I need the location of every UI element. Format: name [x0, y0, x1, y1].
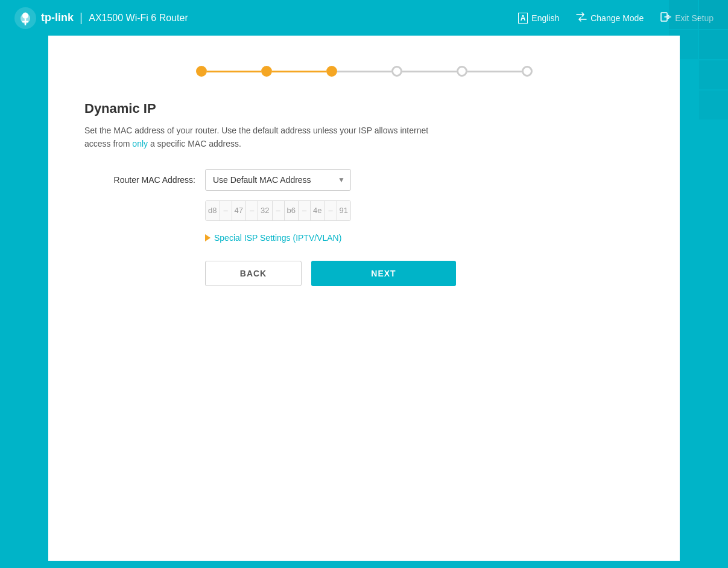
change-mode-label: Change Mode	[590, 13, 644, 23]
mac-octet-3: 32	[258, 201, 273, 220]
mac-address-label: Router MAC Address:	[84, 175, 205, 185]
logo: tp-link	[14, 7, 74, 29]
mac-address-select-container: Use Default MAC Address Use Custom MAC A…	[205, 169, 351, 191]
step-3	[326, 66, 337, 77]
step-6	[522, 66, 533, 77]
button-row: BACK NEXT	[205, 261, 644, 286]
mac-octet-2: 47	[232, 201, 247, 220]
mac-octet-4: b6	[285, 201, 299, 220]
step-line-1	[207, 71, 261, 72]
mac-display-row: d8 – 47 – 32 – b6 – 4e – 91	[84, 200, 644, 221]
svg-point-1	[22, 13, 28, 19]
isp-triangle-icon	[205, 234, 210, 241]
mac-address-row: Router MAC Address: Use Default MAC Addr…	[84, 169, 644, 191]
isp-settings-row: Special ISP Settings (IPTV/VLAN)	[205, 233, 644, 243]
mac-octet-5: 4e	[311, 201, 325, 220]
main-content: Dynamic IP Set the MAC address of your r…	[48, 36, 680, 561]
header-divider: |	[80, 11, 83, 25]
exit-setup-label: Exit Setup	[675, 13, 714, 23]
mac-sep-5: –	[325, 201, 337, 220]
language-label: English	[531, 13, 559, 23]
mac-octet-1: d8	[206, 201, 220, 220]
change-mode-button[interactable]: Change Mode	[576, 12, 644, 24]
mac-sep-3: –	[273, 201, 285, 220]
mac-sep-4: –	[299, 201, 311, 220]
step-line-5	[467, 71, 522, 72]
change-mode-icon	[576, 12, 587, 24]
mac-octet-6: 91	[337, 201, 351, 220]
exit-setup-icon	[660, 12, 671, 24]
highlight-only: only	[132, 139, 148, 148]
next-button[interactable]: NEXT	[311, 261, 456, 286]
language-icon: A	[518, 13, 528, 24]
step-line-2	[272, 71, 326, 72]
step-4	[391, 66, 402, 77]
step-2	[261, 66, 272, 77]
step-line-3	[337, 71, 391, 72]
progress-steps	[84, 66, 644, 77]
mac-sep-1: –	[220, 201, 232, 220]
isp-settings-link[interactable]: Special ISP Settings (IPTV/VLAN)	[214, 233, 341, 243]
mac-sep-2: –	[246, 201, 258, 220]
back-button[interactable]: BACK	[205, 261, 302, 286]
page-description: Set the MAC address of your router. Use …	[84, 124, 446, 151]
language-selector[interactable]: A English	[518, 13, 560, 24]
tplink-logo-icon	[14, 7, 36, 29]
step-5	[457, 66, 467, 77]
header-nav: A English Change Mode Exit Setup	[518, 12, 714, 24]
step-1	[196, 66, 207, 77]
step-line-4	[402, 71, 457, 72]
mac-address-display: d8 – 47 – 32 – b6 – 4e – 91	[205, 200, 351, 221]
logo-text: tp-link	[41, 11, 74, 24]
exit-setup-button[interactable]: Exit Setup	[660, 12, 714, 24]
page-title: Dynamic IP	[84, 101, 644, 116]
mac-address-select[interactable]: Use Default MAC Address Use Custom MAC A…	[205, 169, 351, 191]
header-title: AX1500 Wi-Fi 6 Router	[89, 13, 188, 24]
header: tp-link | AX1500 Wi-Fi 6 Router A Englis…	[0, 0, 728, 36]
